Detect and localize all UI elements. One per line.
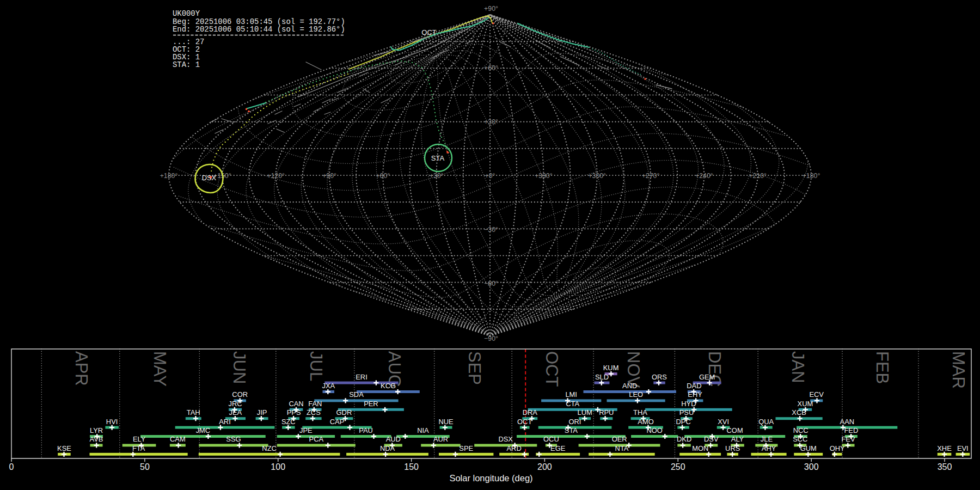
svg-text:JIP: JIP (257, 408, 267, 416)
svg-text:STA: 1: STA: 1 (173, 60, 200, 69)
svg-text:OCT: OCT (517, 418, 532, 426)
svg-text:THA: THA (633, 408, 647, 416)
svg-text:JRC: JRC (229, 400, 242, 408)
svg-text:FEB: FEB (873, 351, 892, 384)
svg-text:JMC: JMC (196, 426, 211, 434)
svg-text:50: 50 (140, 462, 150, 471)
svg-text:HVI: HVI (106, 418, 118, 426)
svg-text:350: 350 (938, 462, 952, 471)
svg-text:End: 20251006 05:10:44 (sol =: End: 20251006 05:10:44 (sol = 192.86°) (173, 25, 345, 34)
svg-text:CTA: CTA (566, 400, 579, 408)
svg-text:PER: PER (364, 400, 378, 408)
svg-text:NUE: NUE (438, 418, 454, 426)
svg-text:DSX: DSX (202, 174, 217, 182)
svg-text:GDR: GDR (336, 408, 352, 416)
svg-text:COM: COM (727, 426, 743, 434)
svg-text:AHY: AHY (762, 444, 776, 452)
svg-text:XHE: XHE (937, 444, 952, 452)
svg-text:FEV: FEV (841, 435, 855, 443)
svg-text:AVB: AVB (90, 435, 103, 443)
svg-text:STA: STA (431, 154, 445, 162)
svg-text:Solar longitude (deg): Solar longitude (deg) (449, 473, 532, 483)
svg-text:DRA: DRA (523, 408, 538, 416)
svg-text:JLE: JLE (761, 435, 773, 443)
svg-text:+180°: +180° (160, 172, 178, 180)
svg-text:+330°: +330° (535, 172, 553, 180)
svg-text:PSU: PSU (679, 408, 694, 416)
svg-text:−90°: −90° (484, 335, 498, 342)
svg-text:FTA: FTA (132, 444, 145, 452)
svg-text:100: 100 (271, 462, 285, 471)
svg-text:EHY: EHY (688, 390, 702, 399)
svg-text:GEM: GEM (699, 373, 715, 381)
svg-text:+30°: +30° (484, 118, 498, 126)
svg-text:LMI: LMI (565, 390, 577, 399)
svg-text:ERI: ERI (356, 373, 367, 381)
svg-text:CAM: CAM (170, 435, 186, 443)
svg-text:JEA: JEA (229, 408, 242, 416)
svg-text:NZC: NZC (262, 444, 277, 452)
svg-text:DPC: DPC (676, 418, 690, 426)
svg-text:PAU: PAU (359, 426, 373, 434)
svg-text:NDA: NDA (380, 444, 395, 452)
svg-text:LEO: LEO (629, 390, 643, 399)
svg-text:JUL: JUL (307, 351, 326, 381)
svg-text:+300°: +300° (588, 172, 606, 180)
svg-text:JXA: JXA (322, 382, 335, 390)
svg-text:+240°: +240° (695, 172, 713, 180)
svg-text:AAN: AAN (840, 418, 855, 426)
svg-text:STA: STA (565, 426, 578, 434)
svg-text:ORS: ORS (652, 373, 667, 381)
svg-text:MAY: MAY (150, 351, 169, 387)
svg-text:DAD: DAD (687, 382, 701, 390)
svg-text:OCT: OCT (542, 351, 561, 387)
svg-text:EVI: EVI (957, 444, 969, 452)
svg-text:+60°: +60° (484, 64, 498, 72)
svg-text:+270°: +270° (642, 172, 660, 180)
svg-text:DKD: DKD (677, 435, 691, 443)
svg-text:AMO: AMO (638, 418, 653, 426)
svg-text:EGE: EGE (550, 444, 566, 452)
svg-text:ARI: ARI (219, 418, 231, 426)
svg-text:APR: APR (72, 351, 91, 386)
svg-text:SZC: SZC (281, 418, 296, 426)
svg-text:OHY: OHY (830, 444, 845, 452)
svg-text:KSE: KSE (57, 444, 71, 452)
svg-text:MAR: MAR (949, 351, 968, 389)
svg-text:CAP: CAP (330, 418, 345, 426)
svg-text:XUM: XUM (798, 400, 813, 408)
svg-text:FED: FED (844, 426, 859, 434)
svg-text:NIA: NIA (417, 426, 429, 434)
svg-text:ALY: ALY (731, 435, 744, 443)
svg-text:KUM: KUM (603, 364, 619, 372)
svg-text:XCB: XCB (792, 408, 806, 416)
svg-text:+60°: +60° (376, 172, 390, 180)
svg-text:ARD: ARD (506, 444, 521, 452)
svg-text:JUN: JUN (230, 351, 249, 384)
svg-text:FAN: FAN (308, 400, 322, 408)
svg-text:NOO: NOO (647, 426, 663, 434)
svg-text:+180°: +180° (803, 172, 820, 180)
svg-text:−30°: −30° (484, 226, 498, 234)
svg-text:0: 0 (9, 462, 14, 471)
svg-text:+210°: +210° (749, 172, 767, 180)
svg-text:OCU: OCU (543, 435, 559, 443)
svg-text:OER: OER (612, 435, 627, 443)
svg-text:JAN: JAN (788, 351, 807, 383)
svg-text:JPE: JPE (299, 426, 313, 434)
svg-text:ZCS: ZCS (307, 408, 321, 416)
svg-text:LYR: LYR (90, 426, 103, 434)
svg-text:DSV: DSV (704, 435, 719, 443)
svg-text:ORI: ORI (569, 418, 581, 426)
svg-text:PCA: PCA (309, 435, 324, 443)
svg-text:COR: COR (232, 390, 248, 399)
svg-text:XVI: XVI (718, 418, 729, 426)
svg-text:−60°: −60° (484, 280, 498, 287)
svg-text:+30°: +30° (430, 172, 444, 180)
svg-text:SDA: SDA (349, 390, 364, 399)
svg-text:LUM: LUM (577, 408, 592, 416)
svg-text:KCG: KCG (381, 382, 396, 390)
svg-text:RPU: RPU (599, 408, 614, 416)
svg-text:SSG: SSG (226, 435, 241, 443)
svg-text:TAH: TAH (187, 408, 200, 416)
